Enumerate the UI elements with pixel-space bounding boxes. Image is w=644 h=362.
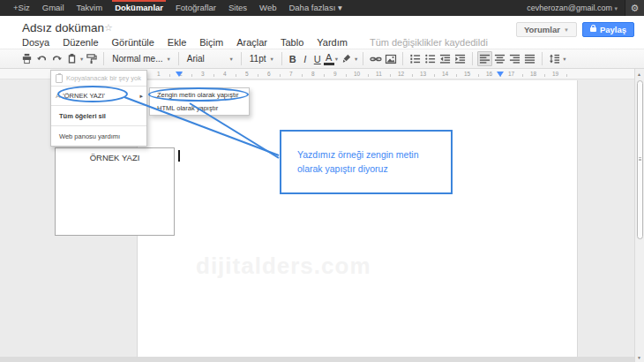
chevron-down-icon[interactable]: ▾ (80, 56, 83, 63)
ruler-tick (390, 74, 391, 77)
web-clipboard-menu: Kopyalanacak bir şey yok A 'ÖRNEK YAZI' … (50, 70, 147, 147)
menu-item-delete-all[interactable]: Tüm öğeleri sil (51, 106, 146, 125)
menu-view[interactable]: Görüntüle (112, 37, 154, 48)
menu-item-nothing-to-copy: Kopyalanacak bir şey yok (51, 71, 146, 86)
insert-image-icon[interactable] (383, 51, 398, 66)
font-size-dropdown[interactable]: 11pt▾ (246, 54, 277, 64)
star-icon[interactable]: ☆ (104, 22, 113, 34)
account-email: cevherozan@gmail.com (527, 4, 612, 12)
ruler-number: 19 (552, 71, 558, 77)
menu-item-clipboard-help[interactable]: Web panosu yardımı (51, 126, 146, 146)
decrease-indent-icon[interactable] (438, 51, 453, 66)
align-left-button[interactable] (477, 51, 492, 66)
horizontal-scrollbar[interactable] (0, 357, 634, 362)
ruler-number: 13 (420, 71, 426, 77)
increase-indent-icon[interactable] (453, 51, 468, 66)
document-title[interactable]: Adsız doküman (22, 21, 104, 34)
document-header: Adsız doküman ☆ Dosya Düzenle Görüntüle … (0, 16, 644, 49)
toolbar-separator (281, 52, 282, 65)
topbar-link-more[interactable]: Daha fazlası ▾ (282, 0, 348, 16)
font-value: Arial (187, 54, 205, 64)
topbar-link-gmail[interactable]: Gmail (36, 0, 71, 16)
menu-tools[interactable]: Araçlar (236, 37, 267, 48)
topbar-link-web[interactable]: Web (253, 0, 282, 16)
editor-toolbar: ▾ Normal me...▾ Arial▾ 11pt▾ B I U A ▾ ▾ (0, 49, 644, 69)
ruler-number: 3 (201, 71, 205, 77)
nothing-to-copy-label: Kopyalanacak bir şey yok (66, 74, 141, 82)
font-dropdown[interactable]: Arial▾ (183, 54, 236, 64)
gear-icon[interactable]: ⚙ (625, 0, 644, 16)
toolbar-separator (178, 52, 179, 65)
comments-button[interactable]: Yorumlar▼ (516, 22, 577, 37)
menu-edit[interactable]: Düzenle (63, 37, 98, 48)
ruler-number: 4 (223, 71, 227, 77)
ruler-tick (213, 74, 214, 77)
scroll-down-icon[interactable]: ▼ (637, 355, 641, 360)
ruler-number: 15 (464, 71, 470, 77)
topbar-link-documents[interactable]: Dokümanlar (109, 0, 169, 16)
menu-insert[interactable]: Ekle (168, 37, 186, 48)
google-services-nav: +Siz Gmail Takvim Dokümanlar Fotoğraflar… (0, 0, 348, 16)
right-margin-marker[interactable] (497, 72, 504, 77)
redo-icon[interactable] (49, 51, 64, 66)
bulleted-list-icon[interactable] (423, 51, 438, 66)
text-cursor (178, 150, 180, 162)
italic-button[interactable]: I (299, 54, 311, 64)
chevron-down-icon[interactable]: ▾ (563, 56, 565, 63)
ruler-tick (346, 74, 347, 77)
vertical-scrollbar[interactable]: ▲ ▼ (634, 69, 644, 362)
left-margin-marker[interactable] (176, 72, 183, 77)
undo-icon[interactable] (34, 51, 49, 66)
clipboard-icon (56, 74, 63, 83)
numbered-list-icon[interactable] (408, 51, 423, 66)
toolbar-separator (542, 52, 543, 65)
chevron-down-icon[interactable]: ▾ (355, 56, 357, 63)
align-justify-button[interactable] (522, 51, 537, 66)
ruler-number: 16 (486, 71, 492, 77)
ruler-tick (280, 74, 281, 77)
menu-item-copied-text[interactable]: A 'ÖRNEK YAZI' ▸ (51, 87, 146, 105)
styles-dropdown[interactable]: Normal me...▾ (109, 54, 174, 64)
web-clipboard-icon[interactable] (64, 51, 79, 66)
topbar-link-calendar[interactable]: Takvim (71, 0, 109, 16)
paste-submenu: Zengin metin olarak yapıştır HTML olarak… (149, 87, 250, 116)
text-color-button[interactable]: A (324, 53, 334, 65)
underline-button[interactable]: U (311, 54, 324, 64)
topbar-link-photos[interactable]: Fotoğraflar (169, 0, 222, 16)
chevron-down-icon[interactable]: ▾ (335, 56, 338, 63)
submenu-item-paste-rich-text[interactable]: Zengin metin olarak yapıştır (150, 88, 249, 102)
ruler-tick (566, 74, 567, 77)
align-right-button[interactable] (507, 51, 522, 66)
ruler-number: 6 (267, 71, 271, 77)
share-button[interactable]: Paylaş (582, 22, 634, 37)
toolbar-separator (472, 52, 473, 65)
bold-button[interactable]: B (287, 54, 299, 64)
align-center-button[interactable] (492, 51, 507, 66)
chevron-down-icon: ▾ (168, 56, 170, 63)
sample-textbox[interactable]: ÖRNEK YAZI (55, 147, 175, 236)
ruler-number: 7 (289, 71, 293, 77)
submenu-item-paste-html[interactable]: HTML olarak yapıştır (150, 102, 249, 115)
styles-value: Normal me... (112, 54, 162, 64)
menu-format[interactable]: Biçim (199, 37, 223, 48)
copied-text-label: 'ÖRNEK YAZI' (63, 92, 105, 100)
scrollbar-thumb[interactable] (637, 80, 643, 239)
line-spacing-icon[interactable] (547, 51, 562, 66)
highlight-color-icon[interactable] (339, 51, 354, 66)
ruler-tick (478, 74, 479, 77)
insert-link-icon[interactable] (368, 51, 383, 66)
menu-file[interactable]: Dosya (22, 37, 49, 48)
google-topbar: +Siz Gmail Takvim Dokümanlar Fotoğraflar… (0, 0, 644, 16)
topbar-link-plus[interactable]: +Siz (7, 0, 36, 16)
menu-help[interactable]: Yardım (317, 37, 348, 48)
topbar-link-sites[interactable]: Sites (222, 0, 253, 16)
print-icon[interactable] (19, 51, 34, 66)
ruler-number: 14 (442, 71, 448, 77)
document-page[interactable] (137, 80, 578, 357)
lock-icon (590, 27, 596, 32)
paint-format-icon[interactable] (84, 51, 99, 66)
menu-table[interactable]: Tablo (281, 37, 303, 48)
scroll-up-icon[interactable]: ▲ (637, 72, 641, 77)
account-email-menu[interactable]: cevherozan@gmail.com ▾ (527, 4, 625, 12)
ruler-tick (236, 74, 236, 77)
